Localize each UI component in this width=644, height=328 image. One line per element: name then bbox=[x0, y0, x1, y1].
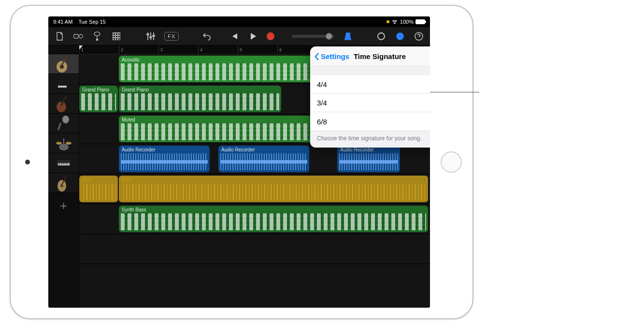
region[interactable]: Audio Recorder bbox=[337, 146, 400, 172]
workspace: + 123456789 + AcousticGrand PianoGrand P… bbox=[48, 45, 430, 308]
app-screen: 9:41 AM Tue Sep 15 100% bbox=[48, 16, 430, 308]
track-headers: + bbox=[48, 45, 79, 308]
loop-button[interactable] bbox=[376, 31, 386, 42]
add-track-button[interactable]: + bbox=[48, 193, 79, 218]
region-content bbox=[81, 93, 116, 110]
option-label: 4/4 bbox=[317, 80, 327, 89]
popover-title: Time Signature bbox=[354, 52, 406, 60]
toolbar: FX bbox=[48, 27, 430, 45]
region-content bbox=[121, 184, 426, 200]
region[interactable]: Grand Piano bbox=[119, 86, 281, 112]
wifi-icon bbox=[391, 19, 398, 24]
track-lane[interactable]: Audio RecorderAudio RecorderAudio Record… bbox=[79, 144, 430, 174]
svg-point-23 bbox=[60, 184, 63, 187]
region-label: Kyle bbox=[122, 177, 425, 182]
svg-rect-18 bbox=[63, 138, 64, 144]
region-label: Audio Recorder bbox=[340, 147, 397, 152]
ipad-camera bbox=[25, 160, 30, 164]
region-label: Intro bbox=[82, 177, 115, 182]
track-header[interactable] bbox=[48, 173, 79, 193]
track-lane[interactable] bbox=[79, 234, 430, 264]
status-date: Tue Sep 15 bbox=[78, 19, 105, 25]
track-header[interactable] bbox=[48, 94, 79, 114]
region[interactable]: Grand Piano bbox=[79, 86, 118, 112]
track-header[interactable] bbox=[48, 54, 79, 74]
region[interactable]: Intro bbox=[79, 176, 118, 202]
browser-button[interactable] bbox=[73, 31, 83, 42]
region-content bbox=[220, 153, 307, 170]
ruler-bar-6[interactable]: 6 bbox=[277, 45, 282, 54]
popover-back-label: Settings bbox=[321, 52, 349, 60]
status-battery-percent: 100% bbox=[400, 19, 414, 25]
svg-point-1 bbox=[79, 34, 83, 38]
tuner-button[interactable] bbox=[92, 31, 102, 42]
battery-icon bbox=[415, 19, 425, 24]
time-signature-option[interactable]: 6/8 bbox=[310, 112, 430, 131]
ruler-bar-3[interactable]: 3 bbox=[158, 45, 163, 54]
track-header[interactable] bbox=[48, 134, 79, 153]
svg-rect-20 bbox=[58, 163, 70, 165]
track-header[interactable] bbox=[48, 114, 79, 134]
metronome-button[interactable] bbox=[343, 31, 353, 42]
my-songs-button[interactable] bbox=[54, 31, 64, 42]
region-content bbox=[121, 213, 426, 230]
svg-point-13 bbox=[62, 116, 69, 123]
svg-point-16 bbox=[56, 142, 62, 145]
region-label: Audio Recorder bbox=[221, 147, 306, 152]
svg-point-17 bbox=[66, 142, 72, 145]
region-content bbox=[81, 184, 116, 200]
region[interactable]: Audio Recorder bbox=[218, 146, 309, 172]
record-button[interactable] bbox=[267, 32, 274, 40]
track-lane[interactable]: IntroKyle bbox=[79, 174, 430, 204]
ruler-bar-5[interactable]: 5 bbox=[238, 45, 242, 54]
svg-point-11 bbox=[57, 102, 66, 112]
grid-icon bbox=[113, 32, 120, 40]
svg-rect-14 bbox=[57, 122, 61, 130]
region-label: Grand Piano bbox=[122, 87, 278, 92]
callout-line bbox=[421, 92, 479, 92]
track-header[interactable] bbox=[48, 153, 79, 173]
popover-back-button[interactable]: Settings bbox=[314, 46, 349, 66]
ipad-home-button[interactable] bbox=[441, 151, 462, 173]
ipad-frame: 9:41 AM Tue Sep 15 100% bbox=[10, 5, 473, 319]
song-settings-button[interactable] bbox=[395, 31, 405, 42]
svg-point-2 bbox=[94, 32, 100, 36]
view-button[interactable] bbox=[111, 31, 121, 42]
region-content bbox=[121, 153, 208, 170]
undo-button[interactable] bbox=[201, 31, 211, 42]
popover-header: Settings Time Signature bbox=[310, 46, 430, 67]
option-label: 6/8 bbox=[317, 118, 327, 126]
svg-point-15 bbox=[59, 144, 69, 150]
go-to-beginning-button[interactable] bbox=[229, 31, 239, 42]
play-button[interactable] bbox=[248, 31, 258, 42]
svg-point-4 bbox=[378, 33, 385, 40]
time-signature-popover: Settings Time Signature 4/4✓3/46/8 Choos… bbox=[310, 46, 430, 148]
svg-rect-0 bbox=[74, 34, 78, 38]
mixer-button[interactable] bbox=[145, 31, 156, 42]
track-header[interactable] bbox=[48, 74, 79, 94]
status-bar: 9:41 AM Tue Sep 15 100% bbox=[48, 16, 430, 27]
svg-rect-10 bbox=[58, 86, 67, 88]
status-time: 9:41 AM bbox=[53, 19, 72, 25]
help-button[interactable] bbox=[414, 31, 424, 42]
playhead[interactable] bbox=[79, 45, 84, 54]
track-lane[interactable]: Synth Bass bbox=[79, 204, 430, 234]
svg-point-3 bbox=[97, 39, 98, 40]
region-content bbox=[339, 153, 398, 170]
region[interactable]: Kyle bbox=[119, 176, 428, 202]
fx-button[interactable]: FX bbox=[164, 32, 179, 41]
master-volume-slider[interactable] bbox=[292, 35, 334, 38]
popover-option-list: 4/4✓3/46/8 bbox=[310, 75, 430, 131]
time-signature-option[interactable]: 3/4 bbox=[310, 94, 430, 112]
ruler-bar-2[interactable]: 2 bbox=[119, 45, 123, 54]
ruler-bar-4[interactable]: 4 bbox=[198, 45, 202, 54]
slider-thumb[interactable] bbox=[326, 33, 332, 40]
region-label: Grand Piano bbox=[82, 87, 115, 92]
option-label: 3/4 bbox=[317, 99, 327, 107]
popover-footer: Choose the time signature for your song. bbox=[310, 131, 430, 148]
location-indicator-icon bbox=[386, 20, 389, 23]
tracks-area[interactable]: 123456789 + AcousticGrand PianoGrand Pia… bbox=[79, 45, 430, 308]
region[interactable]: Audio Recorder bbox=[119, 146, 210, 172]
time-signature-option[interactable]: 4/4✓ bbox=[310, 75, 430, 94]
region[interactable]: Synth Bass bbox=[119, 206, 428, 232]
